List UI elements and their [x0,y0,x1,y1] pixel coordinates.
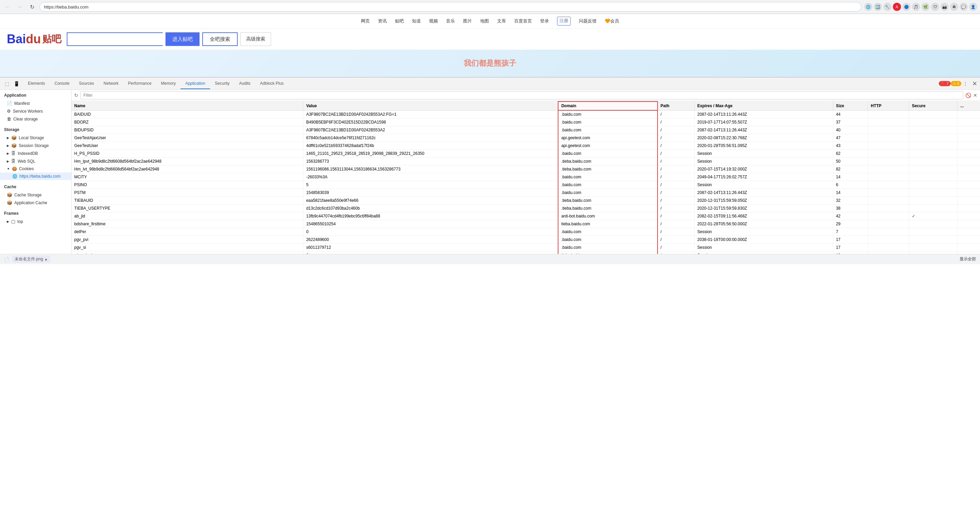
col-header-size[interactable]: Size [833,102,868,110]
device-icon[interactable]: 📱 [12,79,21,88]
table-cell: 1561196086,1563113044,1563186634,1563286… [304,165,558,173]
table-row[interactable]: pgv_pvi2622489600.baidu.com/2038-01-18T0… [72,236,980,244]
tab-network[interactable]: Network [99,78,123,89]
sidebar-item-service-workers[interactable]: ⚙ Service Workers [0,107,71,115]
tab-audits[interactable]: Audits [234,78,255,89]
extension-icon-12[interactable]: 👤 [969,3,977,11]
clear-filter-button[interactable]: 🚫 [966,92,971,98]
main-content: ↻ 🚫 ✕ Name Value Domain Path Expires / M… [72,90,980,254]
tab-adblock[interactable]: Adblock Plus [255,78,288,89]
table-row[interactable]: Hm_lpvt_98b9d8c2fd6608d564bf2ac2ae642948… [72,157,980,165]
table-row[interactable]: GeeTestUser4dff61c0e521b593374628adaf17f… [72,142,980,150]
nav-vip[interactable]: 🧡会员 [605,17,619,25]
sidebar-item-session-storage[interactable]: ▶ 📦 Session Storage [0,141,71,149]
table-row[interactable]: BDORZB490B5EBF6F3CD402E515D22BCDA1598.ba… [72,118,980,126]
table-row[interactable]: TIEBA_USERTYPEd13c2dc6cd107d93ba2c460b.t… [72,205,980,212]
sidebar-item-top-frame[interactable]: ▶ ▢ top [0,218,71,225]
sidebar-item-manifest[interactable]: 📄 Manifest [0,99,71,107]
extension-icon-4[interactable]: A [893,3,901,11]
table-row[interactable]: MCITY-26033%3A.baidu.com/2049-04-17T15:2… [72,173,980,181]
tab-application[interactable]: Application [180,78,210,89]
sidebar-item-local-storage[interactable]: ▶ 📦 Local Storage [0,134,71,141]
extension-icon-9[interactable]: 📷 [940,3,949,11]
sidebar-item-indexeddb[interactable]: ▶ 🗄 IndexedDB [0,149,71,157]
col-header-secure[interactable]: Secure [909,102,957,110]
col-header-name[interactable]: Name [72,102,304,110]
tab-sources[interactable]: Sources [74,78,99,89]
address-bar[interactable]: https://tieba.baidu.com [40,2,862,11]
table-row[interactable]: Hm_lvt_98b9d8c2fd6608d564bf2ac2ae6429481… [72,165,980,173]
enter-tieba-button[interactable]: 进入贴吧 [165,32,200,46]
tab-console[interactable]: Console [50,78,74,89]
col-header-expires[interactable]: Expires / Max-Age [694,102,833,110]
tab-security[interactable]: Security [210,78,234,89]
tab-memory[interactable]: Memory [156,78,180,89]
sidebar-item-cache-storage[interactable]: 📦 Cache Storage [0,191,71,199]
table-row[interactable]: pgv_sis6011379712.baidu.com/Session17 [72,244,980,251]
col-header-path[interactable]: Path [657,102,695,110]
table-cell [958,205,980,212]
nav-register[interactable]: 注册 [557,17,571,25]
col-header-value[interactable]: Value [304,102,558,110]
nav-home[interactable]: 百度首页 [514,17,532,25]
table-row[interactable]: bdshare_firsttime1548655010254tieba.baid… [72,220,980,228]
table-row[interactable]: H_PS_PSSID1465_21101_29523_29518_28519_2… [72,150,980,157]
cancel-filter-button[interactable]: ✕ [973,92,977,98]
reload-button[interactable]: ↻ [27,2,37,11]
sidebar-item-web-sql[interactable]: ▶ 🗄 Web SQL [0,157,71,165]
col-header-more[interactable]: ... [958,102,980,110]
extension-icon-6[interactable]: 🎵 [912,3,920,11]
table-cell [958,134,980,142]
table-row[interactable]: PSTM1548583039.baidu.com/2087-02-14T13:1… [72,189,980,197]
table-row[interactable]: delPer0.baidu.com/Session7 [72,228,980,236]
table-row[interactable]: BAIDUIDA3F9807BC2AE13BD1D30AF0242B553A2:… [72,110,980,118]
nav-tieba[interactable]: 贴吧 [395,17,404,25]
table-row[interactable]: TIEBAUIDeaa5821faee8a550e9f74e66.tieba.b… [72,197,980,205]
extension-icon-5[interactable]: 🔵 [902,3,910,11]
sidebar-item-cookie-tieba[interactable]: 🌐 https://tieba.baidu.com [0,173,71,180]
nav-feedback[interactable]: 问题反馈 [579,17,597,25]
table-row[interactable]: wise_device0tieba.baidu.com/Session12 [72,251,980,254]
nav-map[interactable]: 地图 [480,17,489,25]
inspect-icon[interactable]: ⬚ [3,79,11,88]
nav-news[interactable]: 资讯 [378,17,387,25]
table-cell [909,228,957,236]
col-header-domain[interactable]: Domain [558,102,657,110]
table-cell [958,220,980,228]
filter-input[interactable] [80,91,963,99]
show-all-button[interactable]: 显示全部 [959,256,976,262]
nav-login[interactable]: 登录 [540,17,549,25]
nav-video[interactable]: 视频 [429,17,438,25]
col-header-http[interactable]: HTTP [868,102,909,110]
devtools-close-button[interactable]: ✕ [972,80,977,87]
all-search-button[interactable]: 全吧搜索 [202,32,238,46]
table-row[interactable]: ab_jid13fb9c447074cd4fb199ebc95c6ff84ba8… [72,212,980,220]
table-row[interactable]: BIDUPSIDA3F9807BC2AE13BD1D30AF0242B553A2… [72,126,980,134]
back-button[interactable]: ← [3,2,12,11]
tab-performance[interactable]: Performance [123,78,156,89]
search-input[interactable] [67,32,163,46]
forward-button[interactable]: → [15,2,24,11]
nav-music[interactable]: 音乐 [446,17,455,25]
extension-icon-8[interactable]: 🛡 [931,3,939,11]
extension-icon-11[interactable]: 💬 [959,3,968,11]
extension-icon-7[interactable]: 🌿 [921,3,930,11]
file-chip[interactable]: 未命名文件.png ▲ [12,256,50,263]
advanced-search-button[interactable]: 高级搜索 [240,32,271,46]
nav-image[interactable]: 图片 [463,17,472,25]
extension-icon-10[interactable]: ♻ [950,3,958,11]
sidebar-item-cookies[interactable]: ▼ 🍪 Cookies [0,165,71,173]
table-row[interactable]: PSINO5.baidu.com/Session6 [72,181,980,189]
sidebar-item-clear-storage[interactable]: 🗑 Clear storage [0,115,71,123]
sidebar-item-application-cache[interactable]: 📦 Application Cache [0,199,71,207]
refresh-button[interactable]: ↻ [74,92,78,98]
extension-icon-2[interactable]: 🔤 [874,3,882,11]
nav-zhidao[interactable]: 知道 [412,17,421,25]
nav-wenku[interactable]: 文库 [497,17,506,25]
extension-icon-3[interactable]: 🔧 [883,3,891,11]
devtools-menu-button[interactable]: ⋮ [961,79,969,88]
extension-icon-1[interactable]: 🌐 [864,3,872,11]
tab-elements[interactable]: Elements [23,78,50,89]
nav-webpage[interactable]: 网页 [361,17,370,25]
table-row[interactable]: GeeTestAjaxUser67840c5adcb14dce5e76f11fd… [72,134,980,142]
